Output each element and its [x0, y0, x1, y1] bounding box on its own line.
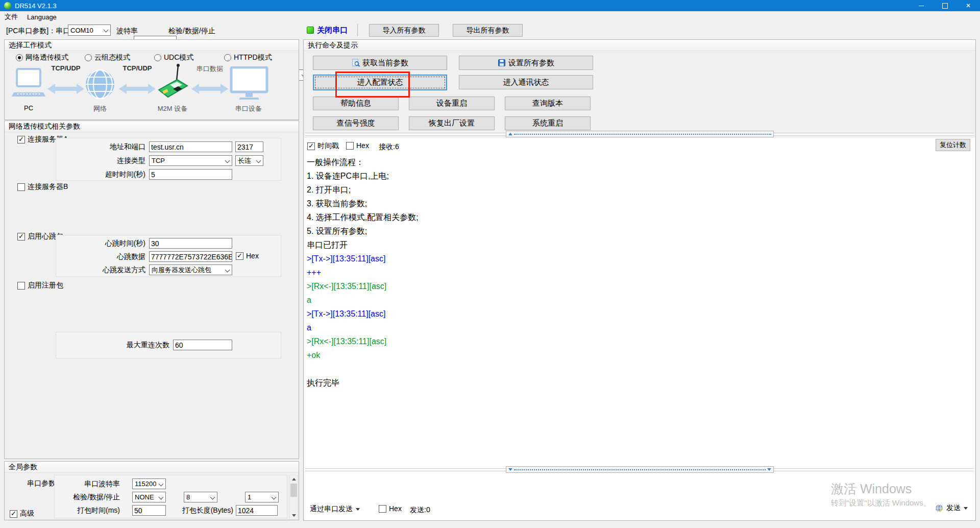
send-icon — [935, 504, 943, 512]
close-port-button[interactable]: 关闭串口 — [317, 26, 348, 35]
g-stopbits-select[interactable]: 1 — [245, 492, 279, 502]
reconnect-panel: 最大重连次数 60 — [56, 332, 281, 358]
hb-data-input[interactable]: 7777772E7573722E636E — [149, 251, 232, 262]
timeout-input[interactable]: 5 — [149, 169, 232, 180]
pc-laptop-icon — [12, 68, 45, 101]
checkbox-checked-icon — [17, 233, 25, 241]
serial-device-monitor-icon — [229, 66, 269, 101]
log-line: >[Rx<-][13:35:11][asc] — [307, 334, 971, 348]
mode-option-httpd[interactable]: HTTPD模式 — [224, 53, 272, 62]
send-button[interactable]: 发送 — [935, 503, 968, 513]
get-params-button[interactable]: 获取当前参数 — [313, 56, 447, 70]
log-line — [307, 362, 971, 376]
splitter-dots — [514, 469, 766, 470]
app-logo-icon — [4, 2, 11, 9]
import-params-button[interactable]: 导入所有参数 — [369, 24, 439, 37]
log-line: 串口已打开 — [307, 238, 971, 252]
arrow-icon — [191, 84, 228, 94]
timeout-label: 超时时间(秒) — [56, 170, 145, 179]
advanced-checkbox[interactable]: 高级 — [10, 509, 34, 518]
hb-mode-select[interactable]: 向服务器发送心跳包 — [149, 265, 232, 275]
export-params-button[interactable]: 导出所有参数 — [453, 24, 523, 37]
scroll-up-icon[interactable] — [290, 475, 298, 483]
maximize-button[interactable] — [933, 0, 957, 11]
pack-time-input[interactable]: 50 — [132, 505, 166, 516]
menu-file[interactable]: 文件 — [0, 12, 22, 21]
log-line: >[Rx<-][13:35:11][asc] — [307, 279, 971, 293]
set-params-button[interactable]: 设置所有参数 — [459, 56, 593, 70]
send-mode-dropdown[interactable]: 通过串口发送 — [310, 505, 360, 514]
g-parity-select[interactable]: NONE — [132, 492, 166, 502]
chevron-down-icon — [356, 508, 360, 511]
enter-comm-button[interactable]: 进入通讯状态 — [459, 75, 593, 89]
mode-option-udc[interactable]: UDC模式 — [154, 53, 193, 62]
device-restart-button[interactable]: 设备重启 — [409, 97, 495, 110]
signal-strength-button[interactable]: 查信号强度 — [313, 116, 399, 130]
chevron-down-icon — [104, 28, 109, 33]
mode-option-cloud[interactable]: 云组态模式 — [85, 53, 130, 62]
network-globe-icon — [85, 69, 115, 99]
log-line: 4. 选择工作模式,配置相关参数; — [307, 210, 971, 224]
receive-count: 接收:6 — [379, 142, 399, 152]
hb-hex-checkbox[interactable]: Hex — [236, 252, 259, 260]
server-addr-input[interactable]: test.usr.cn — [149, 141, 232, 152]
hb-data-label: 心跳数据 — [56, 252, 145, 261]
reconnect-input[interactable]: 60 — [173, 340, 232, 350]
g-parity-label: 检验/数据/停止 — [55, 493, 120, 502]
g-databits-select[interactable]: 8 — [184, 492, 217, 502]
chevron-down-icon — [210, 495, 215, 500]
node2-label: 网络 — [85, 104, 115, 113]
conn-type-label: 连接类型 — [56, 156, 145, 165]
query-version-button[interactable]: 查询版本 — [505, 97, 591, 110]
splitter-arrow-icon — [508, 133, 512, 135]
conn-mode-select[interactable]: 长连 — [235, 155, 263, 166]
port-open-indicator-icon — [307, 27, 314, 34]
pack-len-label: 打包长度(Bytes) — [177, 506, 233, 515]
checkbox-checked-icon — [236, 252, 243, 260]
serial-log[interactable]: 一般操作流程：1. 设备连PC串口,上电;2. 打开串口;3. 获取当前参数;4… — [307, 155, 971, 390]
factory-reset-button[interactable]: 恢复出厂设置 — [409, 116, 495, 130]
node3-label: M2M 设备 — [149, 104, 197, 113]
timestamp-checkbox[interactable]: 时间戳 — [307, 141, 339, 151]
server-b-checkbox[interactable]: 连接服务器B — [17, 182, 68, 191]
command-header: 执行命令及提示 — [304, 40, 975, 51]
link2-label: TCP/UDP — [119, 64, 156, 72]
global-scrollbar[interactable] — [289, 475, 298, 520]
log-line: +ok — [307, 348, 971, 362]
com-port-select[interactable]: COM10 — [68, 25, 111, 36]
sent-count: 发送:0 — [410, 506, 430, 515]
log-line: 1. 设备连PC串口,上电; — [307, 169, 971, 183]
minimize-icon — [919, 6, 924, 6]
g-baud-select[interactable]: 115200 — [132, 478, 166, 489]
net-params-header: 网络透传模式相关参数 — [5, 121, 299, 132]
pack-len-input[interactable]: 1024 — [236, 505, 278, 516]
register-checkbox[interactable]: 启用注册包 — [17, 281, 63, 290]
window-title: DR514 V2.1.3 — [15, 2, 57, 10]
minimize-button[interactable] — [910, 0, 933, 11]
doc-search-icon — [352, 59, 360, 67]
menu-language[interactable]: Language — [22, 13, 61, 21]
log-hex-checkbox[interactable]: Hex — [346, 141, 369, 150]
bottom-splitter-handle[interactable] — [506, 466, 774, 473]
system-restart-button[interactable]: 系统重启 — [505, 116, 591, 130]
close-button[interactable]: ✕ — [957, 0, 980, 11]
mode-option-transparent[interactable]: 网络透传模式 — [16, 53, 68, 62]
conn-type-select[interactable]: TCP — [149, 155, 232, 166]
com-port-label: [PC串口参数]：串口号 — [6, 27, 77, 36]
server-port-input[interactable]: 2317 — [235, 141, 263, 152]
activate-windows-watermark-sub: 转到"设置"以激活 Windows。 — [831, 498, 931, 508]
reset-count-button[interactable]: 复位计数 — [936, 139, 970, 151]
send-hex-checkbox[interactable]: Hex — [379, 505, 402, 513]
scrollbar-thumb[interactable] — [290, 484, 297, 497]
enter-config-button[interactable]: 进入配置状态 — [313, 75, 447, 90]
scroll-down-icon[interactable] — [290, 512, 298, 519]
log-line: a — [307, 321, 971, 334]
help-button[interactable]: 帮助信息 — [313, 97, 399, 110]
serial-toolbar: [PC串口参数]：串口号 COM10 波特率 115200 检验/数据/停止 N… — [0, 22, 980, 38]
hb-time-input[interactable]: 30 — [149, 238, 232, 249]
top-splitter-handle[interactable] — [506, 131, 774, 137]
log-line: 执行完毕 — [307, 376, 971, 390]
heartbeat-panel: 心跳时间(秒) 30 心跳数据 7777772E7573722E636E Hex… — [56, 235, 281, 277]
g-baud-label: 串口波特率 — [55, 479, 120, 489]
chevron-down-icon — [225, 158, 230, 163]
